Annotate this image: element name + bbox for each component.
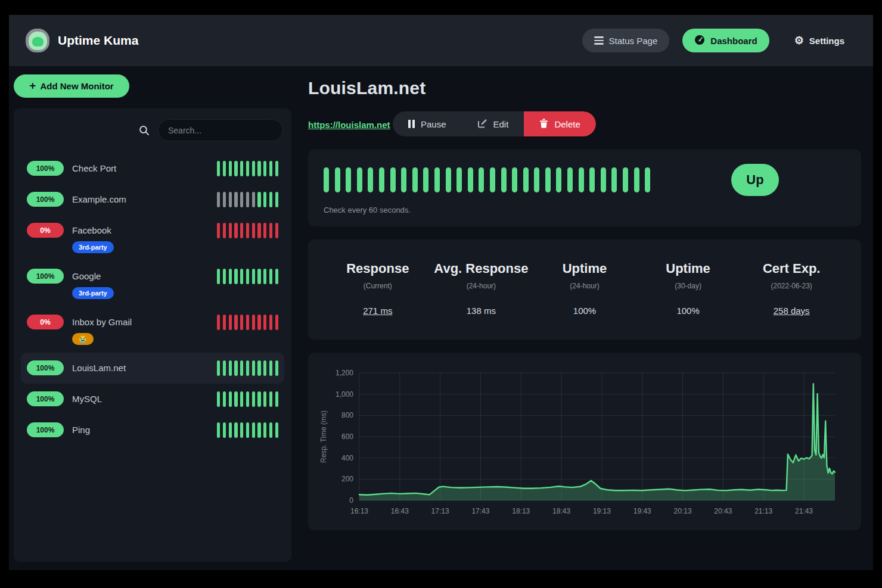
stat-title: Cert Exp.: [740, 261, 843, 276]
stat-uptime: Uptime(30-day)100%: [636, 261, 740, 316]
heartbeat-bar: [324, 167, 650, 192]
svg-text:600: 600: [341, 433, 353, 441]
monitor-row-check-port[interactable]: 100%Check Port: [21, 153, 284, 184]
stat-value: 258 days: [740, 306, 843, 316]
monitor-url-link[interactable]: https://louislam.net: [308, 120, 390, 130]
svg-text:18:43: 18:43: [552, 507, 570, 515]
dashboard-button[interactable]: Dashboard: [682, 29, 769, 52]
delete-button[interactable]: Delete: [524, 111, 595, 136]
svg-text:16:13: 16:13: [350, 507, 368, 515]
uptime-kuma-logo-icon: [26, 29, 49, 52]
search-icon: [139, 125, 150, 136]
monitor-name: Check Port: [72, 161, 217, 176]
brand: Uptime Kuma: [26, 29, 138, 52]
beat: [501, 167, 507, 192]
settings-button[interactable]: ⚙ Settings: [782, 29, 856, 52]
status-badge: Up: [731, 164, 779, 196]
mini-heartbeat-bar: [217, 192, 278, 207]
beat: [446, 167, 451, 192]
beat: [589, 167, 595, 192]
svg-text:18:13: 18:13: [512, 507, 530, 515]
monitor-name: LouisLam.net: [72, 360, 217, 375]
stat-subtitle: (30-day): [636, 282, 740, 290]
pencil-icon: [477, 118, 487, 130]
add-new-monitor-button[interactable]: + Add New Monitor: [14, 74, 129, 98]
mini-heartbeat-bar: [217, 269, 278, 284]
mini-heartbeat-bar: [217, 315, 278, 330]
monitor-name: Ping: [72, 422, 217, 437]
monitor-row-facebook[interactable]: 0%Facebook3rd-party: [21, 215, 284, 261]
mini-heartbeat-bar: [217, 422, 278, 438]
stat-cert-exp-: Cert Exp.(2022-06-23)258 days: [740, 261, 843, 316]
monitor-row-google[interactable]: 100%Google3rd-party: [21, 261, 284, 307]
stat-title: Uptime: [533, 261, 636, 276]
svg-text:16:43: 16:43: [391, 507, 409, 515]
beat: [379, 167, 384, 192]
beat: [468, 167, 473, 192]
beat: [490, 167, 495, 192]
stat-subtitle: (24-hour): [533, 282, 636, 290]
beat: [545, 167, 551, 192]
sidebar: + Add New Monitor 100%Check Port100%Exam…: [14, 74, 291, 562]
mini-heartbeat-bar: [217, 391, 278, 407]
beat: [623, 167, 628, 192]
check-interval-text: Check every 60 seconds.: [324, 206, 846, 214]
beat: [556, 167, 561, 192]
monitor-row-inbox-by-gmail[interactable]: 0%Inbox by Gmail😭: [21, 307, 284, 353]
stat-response: Response(Current)271 ms: [326, 261, 430, 316]
beat: [534, 167, 539, 192]
gear-icon: ⚙: [794, 35, 804, 46]
svg-text:800: 800: [341, 411, 353, 419]
delete-label: Delete: [554, 119, 580, 129]
monitor-row-mysql[interactable]: 100%MySQL: [21, 384, 284, 415]
beat: [324, 167, 329, 192]
monitor-tag: 3rd-party: [72, 287, 114, 299]
hamburger-menu-icon: [594, 36, 604, 45]
beat: [357, 167, 362, 192]
svg-text:20:13: 20:13: [674, 507, 692, 515]
beat: [335, 167, 340, 192]
stat-subtitle: (24-hour): [430, 282, 533, 290]
pause-button[interactable]: Pause: [393, 111, 462, 136]
svg-text:1,000: 1,000: [336, 390, 353, 399]
monitor-tag: 3rd-party: [72, 241, 114, 253]
monitor-row-ping[interactable]: 100%Ping: [21, 415, 284, 446]
monitor-tag: 😭: [72, 333, 94, 345]
search-row: [21, 117, 284, 150]
pause-icon: [408, 120, 415, 128]
response-time-chart: 02004006008001,0001,20016:1316:4317:1317…: [316, 363, 853, 525]
beat: [512, 167, 517, 192]
uptime-badge: 0%: [27, 223, 64, 238]
beat: [434, 167, 440, 192]
svg-text:17:13: 17:13: [431, 507, 449, 515]
heartbeat-card: Up Check every 60 seconds.: [308, 150, 861, 226]
monitor-name: Google: [72, 269, 217, 284]
monitor-name: Inbox by Gmail: [72, 315, 217, 329]
edit-button[interactable]: Edit: [462, 111, 524, 136]
svg-text:19:43: 19:43: [633, 507, 651, 515]
uptime-badge: 100%: [27, 422, 64, 437]
app-window: Uptime Kuma Status Page Dashboard ⚙ Sett…: [9, 15, 873, 570]
beat: [412, 167, 418, 192]
status-page-button[interactable]: Status Page: [582, 29, 670, 52]
navbar-actions: Status Page Dashboard ⚙ Settings: [582, 29, 856, 52]
search-input[interactable]: [158, 119, 283, 141]
stats-card: Response(Current)271 msAvg. Response(24-…: [308, 239, 861, 340]
beat: [645, 167, 650, 192]
pause-label: Pause: [421, 119, 446, 129]
monitor-row-example-com[interactable]: 100%Example.com: [21, 184, 284, 215]
stat-avg-response: Avg. Response(24-hour)138 ms: [430, 261, 533, 316]
edit-label: Edit: [493, 119, 509, 129]
gauge-icon: [694, 35, 705, 47]
monitor-name: MySQL: [72, 391, 217, 406]
monitor-list-panel: 100%Check Port100%Example.com0%Facebook3…: [14, 108, 291, 562]
monitor-row-louislam-net[interactable]: 100%LouisLam.net: [21, 353, 284, 384]
beat: [611, 167, 617, 192]
monitor-list: 100%Check Port100%Example.com0%Facebook3…: [21, 153, 284, 446]
beat: [523, 167, 529, 192]
svg-text:21:13: 21:13: [754, 507, 772, 515]
stat-title: Uptime: [636, 261, 740, 276]
monitor-name: Facebook: [72, 223, 217, 238]
stat-subtitle: (Current): [326, 282, 430, 290]
mini-heartbeat-bar: [217, 223, 278, 238]
